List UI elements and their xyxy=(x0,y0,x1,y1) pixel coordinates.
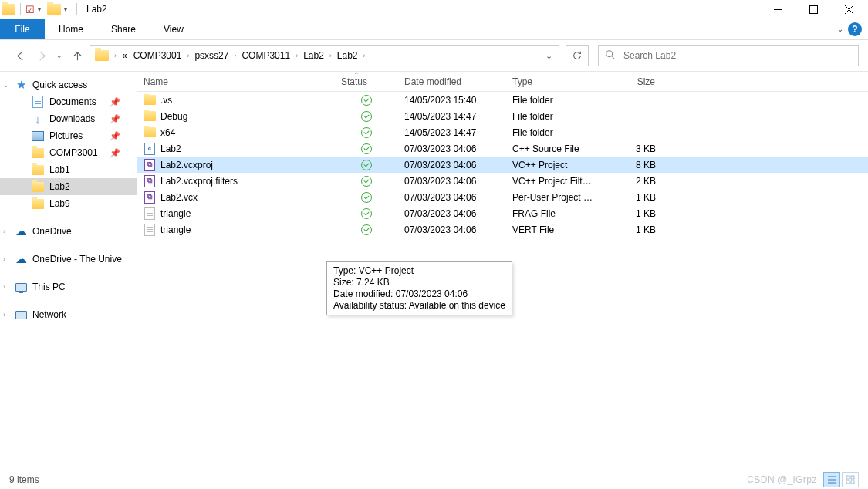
file-type: Per-User Project O... xyxy=(506,192,600,203)
forward-button[interactable] xyxy=(32,46,51,65)
folder-icon xyxy=(31,180,45,193)
status-available-icon xyxy=(361,224,372,235)
chevron-right-icon[interactable]: › xyxy=(361,52,368,59)
nav-folder[interactable]: Lab2 xyxy=(0,178,137,195)
breadcrumb-seg[interactable]: COMP3011 xyxy=(238,50,293,61)
tooltip-date: Date modified: 07/03/2023 04:06 xyxy=(333,288,505,300)
file-row[interactable]: Debug14/05/2023 14:47File folder xyxy=(137,108,868,124)
nav-folder[interactable]: COMP3001 📌 xyxy=(0,144,137,161)
search-input[interactable] xyxy=(622,49,852,62)
refresh-button[interactable] xyxy=(566,45,589,66)
thumbnails-view-button[interactable] xyxy=(842,472,859,487)
file-row[interactable]: .vs14/05/2023 15:40File folder xyxy=(137,92,868,108)
breadcrumb-overflow[interactable]: « xyxy=(119,50,130,61)
svg-rect-9 xyxy=(846,476,849,479)
close-button[interactable] xyxy=(831,0,866,19)
chevron-right-icon[interactable]: › xyxy=(3,311,5,319)
file-name: Lab2 xyxy=(160,143,181,154)
address-history-icon[interactable]: ⌄ xyxy=(545,51,552,61)
nav-downloads[interactable]: ↓ Downloads 📌 xyxy=(0,110,137,127)
ribbon-tabs: File Home Share View ⌄ ? xyxy=(0,19,868,40)
nav-onedrive[interactable]: › ☁ OneDrive xyxy=(0,223,137,240)
recent-dropdown-icon[interactable]: ⌄ xyxy=(54,46,65,65)
tab-file[interactable]: File xyxy=(0,19,45,39)
qat-properties-icon[interactable]: ☑ xyxy=(25,4,35,15)
file-size: 8 KB xyxy=(600,160,662,170)
item-count: 9 items xyxy=(9,474,39,485)
nav-label: Lab1 xyxy=(49,164,70,175)
file-row[interactable]: cLab207/03/2023 04:06C++ Source File3 KB xyxy=(137,140,868,157)
watermark-text: CSDN @_iGrpz xyxy=(747,474,817,485)
back-button[interactable] xyxy=(11,46,29,65)
tab-share[interactable]: Share xyxy=(97,19,150,39)
file-row[interactable]: x6414/05/2023 14:47File folder xyxy=(137,124,868,140)
qat-chevron-icon[interactable]: ▾ xyxy=(64,6,67,13)
nav-pictures[interactable]: Pictures 📌 xyxy=(0,127,137,144)
breadcrumb-seg[interactable]: psxss27 xyxy=(191,50,231,61)
file-row[interactable]: triangle07/03/2023 04:06VERT File1 KB xyxy=(137,221,868,238)
column-date[interactable]: Date modified xyxy=(398,76,506,87)
file-row[interactable]: ⧉Lab2.vcx07/03/2023 04:06Per-User Projec… xyxy=(137,189,868,205)
status-available-icon xyxy=(361,192,372,203)
file-name: Lab2.vcxproj.filters xyxy=(160,176,238,187)
file-type: VERT File xyxy=(506,224,600,235)
status-available-icon xyxy=(361,127,372,138)
cpp-icon: c xyxy=(144,143,156,155)
nav-onedrive-org[interactable]: › ☁ OneDrive - The Unive xyxy=(0,251,137,268)
chevron-right-icon[interactable]: › xyxy=(112,52,119,59)
ribbon-expand-icon[interactable]: ⌄ xyxy=(837,25,843,33)
file-size: 1 KB xyxy=(600,208,662,219)
chevron-down-icon[interactable]: ⌄ xyxy=(3,81,9,89)
nav-folder[interactable]: Lab1 xyxy=(0,161,137,178)
nav-network[interactable]: › Network xyxy=(0,306,137,323)
nav-quick-access[interactable]: ⌄ ★ Quick access xyxy=(0,76,137,93)
column-name[interactable]: Name⌃ xyxy=(137,76,335,87)
breadcrumb-seg[interactable]: COMP3001 xyxy=(130,50,185,61)
tab-view[interactable]: View xyxy=(150,19,198,39)
nav-label: Quick access xyxy=(32,79,87,90)
app-folder-icon xyxy=(2,3,15,15)
cloud-icon: ☁ xyxy=(14,225,28,238)
chevron-right-icon[interactable]: › xyxy=(231,52,238,59)
file-size: 3 KB xyxy=(600,143,662,154)
file-name: triangle xyxy=(160,208,191,219)
address-bar[interactable]: › « COMP3001 › psxss27 › COMP3011 › Lab2… xyxy=(90,45,559,66)
file-row[interactable]: triangle07/03/2023 04:06FRAG File1 KB xyxy=(137,205,868,221)
tooltip-availability: Availability status: Available on this d… xyxy=(333,300,505,312)
column-size[interactable]: Size xyxy=(600,76,662,87)
qat-dropdown-icon[interactable]: ▾ xyxy=(38,6,41,13)
chevron-right-icon[interactable]: › xyxy=(293,52,300,59)
breadcrumb-seg[interactable]: Lab2 xyxy=(300,50,327,61)
file-name: triangle xyxy=(160,224,191,235)
file-size: 1 KB xyxy=(600,224,662,235)
up-button[interactable] xyxy=(68,46,86,65)
chevron-right-icon[interactable]: › xyxy=(3,228,5,235)
column-type[interactable]: Type xyxy=(506,76,600,87)
svg-rect-1 xyxy=(809,5,817,13)
chevron-right-icon[interactable]: › xyxy=(3,255,5,263)
nav-folder[interactable]: Lab9 xyxy=(0,195,137,212)
chevron-right-icon[interactable]: › xyxy=(327,52,334,59)
search-box[interactable] xyxy=(598,45,859,66)
file-row[interactable]: ⧉Lab2.vcxproj.filters07/03/2023 04:06VC+… xyxy=(137,173,868,189)
file-type: File folder xyxy=(506,127,600,138)
tab-home[interactable]: Home xyxy=(45,19,97,39)
maximize-button[interactable] xyxy=(795,0,831,19)
column-status[interactable]: Status xyxy=(335,76,398,87)
file-row[interactable]: ⧉Lab2.vcxproj07/03/2023 04:06VC++ Projec… xyxy=(137,157,868,173)
help-icon[interactable]: ? xyxy=(848,22,862,36)
breadcrumb-seg[interactable]: Lab2 xyxy=(334,50,361,61)
nav-label: Downloads xyxy=(49,113,95,124)
chevron-right-icon[interactable]: › xyxy=(3,283,5,291)
tooltip-size: Size: 7.24 KB xyxy=(333,277,505,288)
nav-label: COMP3001 xyxy=(49,147,98,158)
nav-label: Pictures xyxy=(49,130,83,141)
chevron-right-icon[interactable]: › xyxy=(184,52,191,59)
status-available-icon xyxy=(361,160,372,170)
svg-line-5 xyxy=(612,56,615,59)
details-view-button[interactable] xyxy=(823,472,840,487)
nav-this-pc[interactable]: › This PC xyxy=(0,278,137,295)
minimize-button[interactable] xyxy=(760,0,795,19)
nav-documents[interactable]: Documents 📌 xyxy=(0,93,137,110)
file-name: Debug xyxy=(160,111,187,122)
